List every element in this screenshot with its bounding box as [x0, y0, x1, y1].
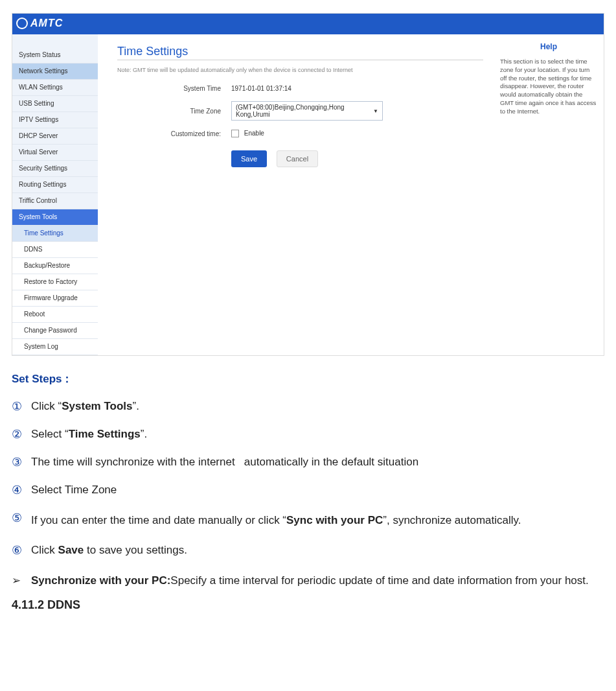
- system-time-label: System Time: [117, 85, 231, 92]
- time-zone-select[interactable]: (GMT+08:00)Beijing,Chongqing,Hong Kong,U…: [231, 101, 383, 121]
- sidebar-sub-time-settings[interactable]: Time Settings: [12, 226, 98, 242]
- triangle-bullet-icon: ➢: [12, 570, 31, 592]
- sidebar-item-system-status[interactable]: System Status: [12, 47, 98, 64]
- step-5-text: If you can enter the time and date manua…: [31, 509, 604, 532]
- step-number-5: ⑤: [12, 509, 31, 532]
- sidebar-item-traffic-control[interactable]: Triffic Control: [12, 193, 98, 209]
- sidebar-sub-backup-restore[interactable]: Backup/Restore: [12, 258, 98, 274]
- router-admin-screenshot: AMTC System Status Network Settings WLAN…: [12, 13, 604, 356]
- row-customized-time: Customized time: Enable: [117, 130, 483, 137]
- help-title: Help: [500, 42, 597, 51]
- sidebar-sub-ddns[interactable]: DDNS: [12, 242, 98, 258]
- sidebar-item-routing-settings[interactable]: Routing Settings: [12, 177, 98, 193]
- row-time-zone: Time Zone (GMT+08:00)Beijing,Chongqing,H…: [117, 101, 483, 121]
- step-number-3: ③: [12, 454, 31, 471]
- button-bar: Save Cancel: [231, 150, 483, 167]
- step-number-4: ④: [12, 482, 31, 499]
- save-button[interactable]: Save: [231, 150, 267, 167]
- sync-pc-bullet: ➢ Synchronize with your PC:Specify a tim…: [12, 570, 604, 592]
- time-zone-selected-value: (GMT+08:00)Beijing,Chongqing,Hong Kong,U…: [236, 104, 373, 118]
- document-body: Set Steps： ① Click “System Tools”. ② Sel…: [12, 371, 604, 612]
- step-5: ⑤ If you can enter the time and date man…: [12, 509, 604, 532]
- sidebar-sub-change-password[interactable]: Change Password: [12, 323, 98, 339]
- sidebar-sub-system-log[interactable]: System Log: [12, 339, 98, 355]
- main-panel: Time Settings Note: GMT time will be upd…: [98, 34, 496, 355]
- sidebar-item-network-settings[interactable]: Network Settings: [12, 64, 98, 80]
- row-system-time: System Time 1971-01-01 01:37:14: [117, 85, 483, 92]
- sync-pc-text: Synchronize with your PC:Specify a time …: [31, 570, 604, 592]
- sidebar-item-system-tools[interactable]: System Tools: [12, 209, 98, 226]
- title-divider: [117, 60, 483, 60]
- sidebar-sub-restore-factory[interactable]: Restore to Factory: [12, 274, 98, 290]
- sidebar-sub-firmware-upgrade[interactable]: Firmware Upgrade: [12, 290, 98, 307]
- app-header: AMTC: [12, 14, 604, 34]
- step-3-text: The time will synchronize with the inter…: [31, 454, 604, 471]
- sidebar-item-wlan-settings[interactable]: WLAN Settings: [12, 80, 98, 96]
- customized-time-label: Customized time:: [117, 130, 231, 137]
- section-heading-ddns: 4.11.2 DDNS: [12, 598, 604, 612]
- steps-list: ① Click “System Tools”. ② Select “Time S…: [12, 398, 604, 559]
- step-number-2: ②: [12, 426, 31, 443]
- sidebar-item-iptv-settings[interactable]: IPTV Settings: [12, 112, 98, 128]
- chevron-down-icon: ▼: [373, 108, 378, 114]
- step-number-1: ①: [12, 398, 31, 416]
- panel-title: Time Settings: [117, 45, 483, 58]
- help-panel: Help This section is to select the time …: [496, 34, 604, 355]
- cancel-button[interactable]: Cancel: [277, 150, 318, 167]
- step-2: ② Select “Time Settings”.: [12, 426, 604, 443]
- system-time-value: 1971-01-01 01:37:14: [231, 85, 291, 92]
- sidebar-item-usb-setting[interactable]: USB Setting: [12, 96, 98, 112]
- sidebar-sub-reboot[interactable]: Reboot: [12, 307, 98, 323]
- step-1-text: Click “System Tools”.: [31, 398, 604, 416]
- enable-checkbox[interactable]: [231, 130, 239, 137]
- set-steps-heading: Set Steps：: [12, 371, 604, 386]
- step-1: ① Click “System Tools”.: [12, 398, 604, 416]
- step-2-text: Select “Time Settings”.: [31, 426, 604, 443]
- sidebar-item-virtual-server[interactable]: Virtual Server: [12, 145, 98, 161]
- sidebar-nav: System Status Network Settings WLAN Sett…: [12, 34, 98, 355]
- brand-logo-icon: [16, 18, 28, 29]
- step-3: ③ The time will synchronize with the int…: [12, 454, 604, 471]
- enable-label: Enable: [244, 130, 264, 137]
- step-4-text: Select Time Zone: [31, 482, 604, 499]
- brand-logo-text: AMTC: [30, 18, 63, 29]
- time-zone-label: Time Zone: [117, 108, 231, 115]
- step-6-text: Click Save to save you settings.: [31, 542, 604, 559]
- step-number-6: ⑥: [12, 542, 31, 559]
- sidebar-item-security-settings[interactable]: Security Settings: [12, 161, 98, 177]
- step-6: ⑥ Click Save to save you settings.: [12, 542, 604, 559]
- panel-note: Note: GMT time will be updated automatic…: [117, 67, 483, 73]
- step-4: ④ Select Time Zone: [12, 482, 604, 499]
- help-text: This section is to select the time zone …: [500, 58, 597, 116]
- sidebar-item-dhcp-server[interactable]: DHCP Server: [12, 128, 98, 145]
